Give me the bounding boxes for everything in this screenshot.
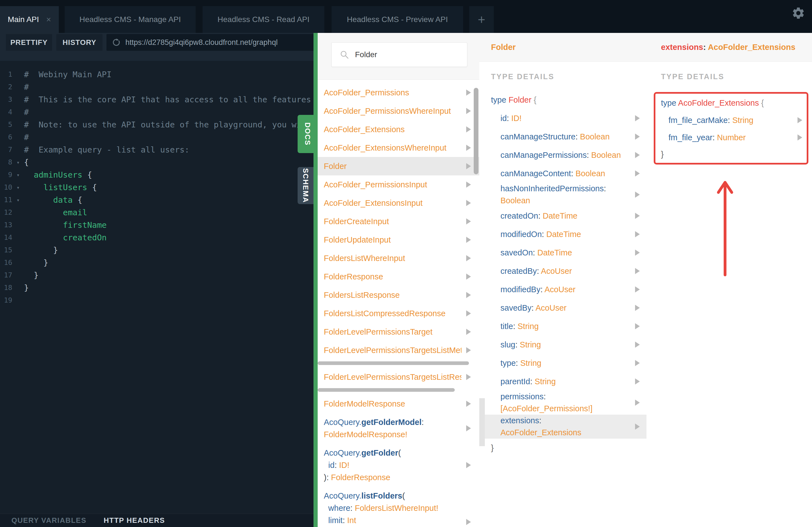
type-field-text: savedOn: DateTime <box>501 247 623 259</box>
horizontal-scrollbar[interactable] <box>318 361 469 365</box>
docs-list-item-acofolder-permissions[interactable]: AcoFolder_Permissions <box>318 83 479 102</box>
code-text: # This is the core API that has access t… <box>24 95 311 104</box>
docs-list-item-acofolder-extensionsinput[interactable]: AcoFolder_ExtensionsInput <box>318 194 479 212</box>
editor-toolbar: PRETTIFY HISTORY https://d2785gi4qi6pw8.… <box>0 33 315 61</box>
type-field-text: extensions: AcoFolder_Extensions <box>501 415 623 439</box>
type-field-row-fm-file-carmake[interactable]: fm_file_carMake: String <box>655 112 807 129</box>
type-field-row-canmanagepermissions[interactable]: canManagePermissions: Boolean <box>479 146 647 164</box>
code-line: 1# Webiny Main API <box>0 68 315 81</box>
type-field-row-permissions[interactable]: permissions: [AcoFolder_Permissions!] <box>479 391 647 415</box>
docs-list-item-folderlevelpermissionstargetslistmeta[interactable]: FolderLevelPermissionsTargetsListMeta <box>318 341 479 359</box>
history-button[interactable]: HISTORY <box>56 34 103 51</box>
docs-list-item-acofolder-permissionswhereinput[interactable]: AcoFolder_PermissionsWhereInput <box>318 102 479 120</box>
expand-arrow-icon <box>466 145 471 151</box>
fold-arrow-icon[interactable]: ▾ <box>12 172 24 178</box>
docs-item-text: AcoFolder_PermissionsWhereInput <box>324 106 462 116</box>
docs-list-item-foldercreateinput[interactable]: FolderCreateInput <box>318 212 479 231</box>
type-close-brace: } <box>655 146 807 162</box>
expand-arrow-icon <box>635 191 640 198</box>
extensions-panel-title: extensions: AcoFolder_Extensions <box>661 43 795 52</box>
docs-item-line: AcoQuery.getFolderModel: <box>324 416 462 428</box>
editor-docs-divider[interactable] <box>314 33 318 527</box>
endpoint-url-input[interactable]: https://d2785gi4qi6pw8.cloudfront.net/gr… <box>106 34 315 51</box>
docs-list-item-folderlevelpermissionstargetslistrespo[interactable]: FolderLevelPermissionsTargetsListRespo <box>318 368 479 386</box>
add-tab-button[interactable]: + <box>469 6 494 33</box>
type-field-text: fm_file_year: Number <box>668 132 787 144</box>
docs-item-line: AcoQuery.listFolders( <box>324 490 462 502</box>
docs-item-line: AcoQuery.getFolder( <box>324 447 462 459</box>
code-text: email <box>24 208 87 217</box>
docs-list-item-foldermodelresponse[interactable]: FolderModelResponse <box>318 395 479 413</box>
type-field-text: canManageContent: Boolean <box>501 168 623 180</box>
tab-headless-cms-manage-api[interactable]: Headless CMS - Manage API <box>64 6 195 33</box>
expand-arrow-icon <box>635 379 640 385</box>
code-line: 4# <box>0 106 315 118</box>
type-field-row-slug[interactable]: slug: String <box>479 336 647 354</box>
line-number: 15 <box>0 246 12 254</box>
docs-list-item-acofolder-extensionswhereinput[interactable]: AcoFolder_ExtensionsWhereInput <box>318 139 479 157</box>
expand-arrow-icon <box>798 117 802 123</box>
docs-list-item-folder[interactable]: Folder <box>318 157 479 175</box>
type-field-row-id[interactable]: id: ID! <box>479 109 647 127</box>
type-field-row-savedby[interactable]: savedBy: AcoUser <box>479 299 647 317</box>
docs-list-item-acofolder-permissionsinput[interactable]: AcoFolder_PermissionsInput <box>318 175 479 194</box>
docs-list-item-folderupdateinput[interactable]: FolderUpdateInput <box>318 231 479 249</box>
docs-item-text: AcoQuery.getFolderModel:FolderModelRespo… <box>324 413 462 444</box>
type-field-row-createdby[interactable]: createdBy: AcoUser <box>479 262 647 280</box>
docs-list-item-folderlevelpermissionstarget[interactable]: FolderLevelPermissionsTarget <box>318 323 479 341</box>
type-field-row-hasnoninheritedpermissions[interactable]: hasNonInheritedPermissions: Boolean <box>479 183 647 206</box>
fold-arrow-icon[interactable]: ▾ <box>12 184 24 190</box>
panel-scrollbar[interactable] <box>479 398 485 446</box>
type-field-row-modifiedby[interactable]: modifiedBy: AcoUser <box>479 280 647 299</box>
docs-list-item-folderslistresponse[interactable]: FoldersListResponse <box>318 286 479 304</box>
close-icon[interactable]: × <box>46 15 51 24</box>
type-field-row-savedon[interactable]: savedOn: DateTime <box>479 243 647 262</box>
docs-list-item[interactable]: AcoQuery.getFolder( id: ID!): FolderResp… <box>318 444 479 487</box>
code-text: createdOn <box>24 233 107 242</box>
fold-arrow-icon[interactable]: ▾ <box>12 197 24 203</box>
settings-gear-icon[interactable] <box>792 6 805 20</box>
code-line: 17 } <box>0 269 315 281</box>
docs-list-scrollbar[interactable] <box>474 88 478 174</box>
prettify-button[interactable]: PRETTIFY <box>6 34 52 51</box>
docs-list-item-folderresponse[interactable]: FolderResponse <box>318 267 479 286</box>
query-variables-tab[interactable]: QUERY VARIABLES <box>11 516 86 525</box>
type-field-row-parentid[interactable]: parentId: String <box>479 372 647 391</box>
docs-list-item[interactable]: AcoQuery.listFolders( where: FoldersList… <box>318 487 479 527</box>
docs-list-item-folderslistcompressedresponse[interactable]: FoldersListCompressedResponse <box>318 304 479 323</box>
expand-arrow-icon <box>635 231 640 237</box>
http-headers-tab[interactable]: HTTP HEADERS <box>104 516 165 525</box>
type-field-row-type[interactable]: type: String <box>479 354 647 372</box>
type-field-text: parentId: String <box>501 375 623 388</box>
type-field-row-fm-file-year[interactable]: fm_file_year: Number <box>655 129 807 146</box>
code-line: 13 firstName <box>0 218 315 231</box>
docs-list-item-folderslistwhereinput[interactable]: FoldersListWhereInput <box>318 249 479 267</box>
code-line: 7# Example query - list all users: <box>0 143 315 156</box>
docs-search-input[interactable]: Folder <box>331 42 467 67</box>
type-field-text: hasNonInheritedPermissions: Boolean <box>501 183 623 206</box>
type-field-row-canmanagestructure[interactable]: canManageStructure: Boolean <box>479 127 647 146</box>
extensions-panel-header: extensions: AcoFolder_Extensions <box>647 33 812 62</box>
docs-side-tab[interactable]: DOCS <box>298 115 318 153</box>
type-field-row-createdon[interactable]: createdOn: DateTime <box>479 206 647 225</box>
expand-arrow-icon <box>466 255 471 261</box>
type-field-row-title[interactable]: title: String <box>479 317 647 336</box>
tab-headless-cms-read-api[interactable]: Headless CMS - Read API <box>203 6 324 33</box>
horizontal-scrollbar[interactable] <box>318 388 455 392</box>
docs-list-item-acofolder-extensions[interactable]: AcoFolder_Extensions <box>318 120 479 139</box>
graphql-code-editor[interactable]: 1# Webiny Main API2#3# This is the core … <box>0 61 315 514</box>
tab-headless-cms-preview-api[interactable]: Headless CMS - Preview API <box>332 6 463 33</box>
docs-item-line: limit: Int <box>324 514 462 526</box>
type-field-row-modifiedon[interactable]: modifiedOn: DateTime <box>479 225 647 243</box>
fold-arrow-icon[interactable]: ▾ <box>12 159 24 165</box>
docs-list-item[interactable]: AcoQuery.getFolderModel:FolderModelRespo… <box>318 413 479 444</box>
expand-arrow-icon <box>635 424 640 430</box>
type-field-row-extensions[interactable]: extensions: AcoFolder_Extensions <box>479 415 647 439</box>
docs-item-text: FoldersListWhereInput <box>324 254 462 263</box>
tab-main-api[interactable]: Main API× <box>0 6 59 33</box>
type-field-row-canmanagecontent[interactable]: canManageContent: Boolean <box>479 164 647 183</box>
schema-side-tab[interactable]: SCHEMA <box>298 167 314 204</box>
expand-arrow-icon <box>466 108 471 114</box>
line-number: 5 <box>0 120 12 129</box>
type-declaration: type Folder { <box>479 91 647 109</box>
